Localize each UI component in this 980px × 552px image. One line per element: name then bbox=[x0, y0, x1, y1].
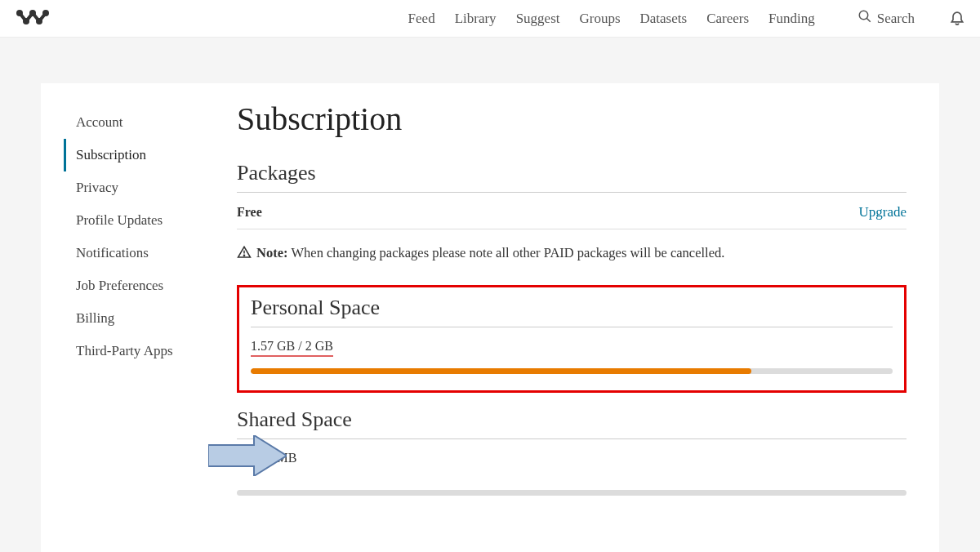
search-button[interactable]: Search bbox=[858, 9, 915, 28]
shared-space-progress bbox=[237, 490, 906, 496]
personal-space-progress bbox=[251, 368, 893, 374]
search-icon bbox=[858, 9, 872, 28]
sidebar-item-label: Notifications bbox=[76, 245, 149, 260]
notifications-bell-icon[interactable] bbox=[949, 9, 965, 29]
personal-space-heading: Personal Space bbox=[251, 296, 893, 327]
sidebar-item-label: Job Preferences bbox=[76, 278, 163, 293]
nav-careers[interactable]: Careers bbox=[706, 11, 749, 27]
nav-datasets[interactable]: Datasets bbox=[640, 11, 688, 27]
personal-space-highlight: Personal Space 1.57 GB / 2 GB bbox=[237, 285, 906, 393]
personal-space-progress-fill bbox=[251, 368, 751, 374]
nav-groups[interactable]: Groups bbox=[579, 11, 620, 27]
app-logo[interactable] bbox=[15, 8, 51, 29]
sidebar-item-profile-updates[interactable]: Profile Updates bbox=[64, 204, 220, 237]
sidebar-item-account[interactable]: Account bbox=[64, 106, 220, 139]
sidebar-item-privacy[interactable]: Privacy bbox=[64, 171, 220, 204]
svg-point-5 bbox=[859, 11, 868, 20]
sidebar-item-label: Profile Updates bbox=[76, 212, 163, 228]
nav-funding[interactable]: Funding bbox=[768, 11, 815, 27]
sidebar-item-notifications[interactable]: Notifications bbox=[64, 237, 220, 269]
nav-suggest[interactable]: Suggest bbox=[516, 11, 560, 27]
sidebar-item-label: Privacy bbox=[76, 180, 118, 195]
personal-space-usage: 1.57 GB / 2 GB bbox=[251, 339, 333, 357]
note-text: When changing packages please note all o… bbox=[291, 241, 724, 265]
svg-point-8 bbox=[243, 255, 244, 256]
note-label: Note: bbox=[256, 241, 287, 265]
main-content: Subscription Packages Free Upgrade Note: bbox=[220, 83, 939, 552]
nav-feed[interactable]: Feed bbox=[408, 11, 435, 27]
shared-space-usage: 0 / 100 MB bbox=[237, 451, 296, 467]
sidebar-item-subscription[interactable]: Subscription bbox=[64, 139, 220, 171]
shared-space-heading: Shared Space bbox=[237, 407, 906, 439]
sidebar-item-billing[interactable]: Billing bbox=[64, 302, 220, 335]
top-nav: Feed Library Suggest Groups Datasets Car… bbox=[0, 0, 980, 38]
warning-icon bbox=[237, 245, 252, 260]
upgrade-link[interactable]: Upgrade bbox=[858, 204, 906, 220]
sidebar-item-third-party-apps[interactable]: Third-Party Apps bbox=[64, 335, 220, 367]
nav-library[interactable]: Library bbox=[455, 11, 497, 27]
sidebar-item-label: Billing bbox=[76, 310, 114, 326]
packages-heading: Packages bbox=[237, 161, 906, 193]
current-package: Free bbox=[237, 205, 262, 220]
sidebar-item-label: Subscription bbox=[76, 147, 146, 162]
page-title: Subscription bbox=[237, 100, 906, 138]
settings-sidebar: Account Subscription Privacy Profile Upd… bbox=[41, 83, 220, 552]
svg-line-6 bbox=[866, 18, 871, 22]
sidebar-item-label: Third-Party Apps bbox=[76, 343, 173, 358]
search-label: Search bbox=[877, 11, 915, 27]
sidebar-item-label: Account bbox=[76, 114, 123, 130]
sidebar-item-job-preferences[interactable]: Job Preferences bbox=[64, 269, 220, 302]
